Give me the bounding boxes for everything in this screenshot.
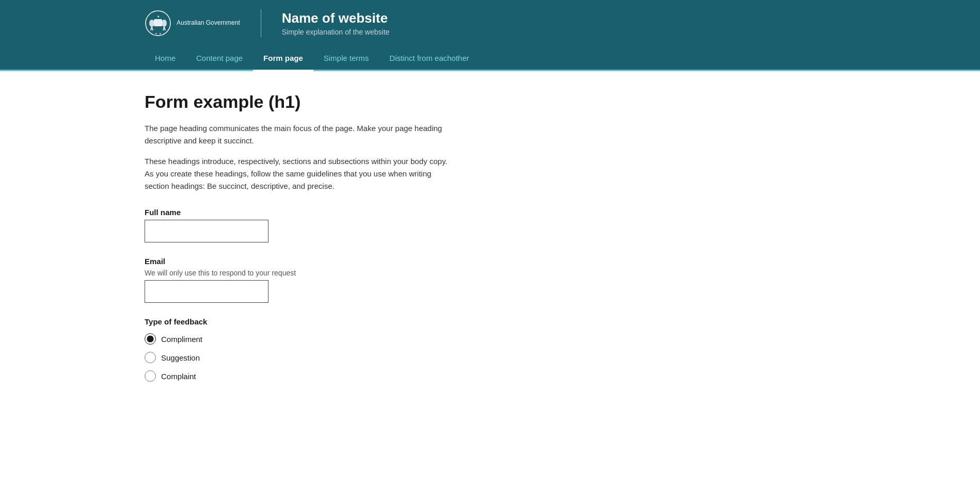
radio-group: Compliment Suggestion Complaint (145, 333, 835, 382)
site-title-area: Name of website Simple explanation of th… (282, 10, 390, 36)
logo-area: ★ ★ ★ Australian Government (145, 10, 240, 37)
radio-compliment[interactable] (145, 333, 156, 345)
svg-text:★: ★ (155, 32, 157, 35)
nav-item-content-page[interactable]: Content page (186, 46, 253, 71)
radio-compliment-label[interactable]: Compliment (145, 333, 835, 345)
svg-point-2 (149, 20, 154, 27)
svg-line-4 (152, 27, 153, 30)
radio-compliment-text: Compliment (161, 335, 202, 344)
feedback-fieldset: Type of feedback Compliment Suggestion (145, 317, 835, 382)
radio-suggestion[interactable] (145, 352, 156, 363)
email-group: Email We will only use this to respond t… (145, 257, 835, 303)
radio-complaint-label[interactable]: Complaint (145, 370, 835, 382)
full-name-input[interactable] (145, 220, 268, 242)
feedback-type-group: Type of feedback Compliment Suggestion (145, 317, 835, 382)
full-name-label: Full name (145, 208, 835, 217)
svg-line-7 (164, 27, 165, 30)
email-label: Email (145, 257, 835, 266)
nav-item-home[interactable]: Home (145, 46, 186, 71)
email-hint: We will only use this to respond to your… (145, 269, 835, 277)
intro-paragraph-1: The page heading communicates the main f… (145, 122, 454, 147)
nav-item-distinct[interactable]: Distinct from eachother (379, 46, 479, 71)
form-section: Full name Email We will only use this to… (145, 208, 835, 382)
radio-complaint-text: Complaint (161, 372, 196, 381)
radio-suggestion-text: Suggestion (161, 353, 200, 362)
header-divider (261, 9, 261, 37)
crest-icon: ★ ★ ★ (145, 10, 171, 37)
radio-suggestion-label[interactable]: Suggestion (145, 352, 835, 363)
feedback-legend: Type of feedback (145, 317, 207, 326)
main-nav: Home Content page Form page Simple terms… (0, 46, 980, 71)
site-title: Name of website (282, 10, 390, 26)
radio-complaint[interactable] (145, 370, 156, 382)
intro-paragraph-2: These headings introduce, respectively, … (145, 155, 454, 192)
site-subtitle: Simple explanation of the website (282, 28, 390, 36)
svg-point-5 (162, 20, 167, 27)
site-header: ★ ★ ★ Australian Government Name of webs… (0, 0, 980, 46)
svg-rect-1 (154, 19, 162, 26)
gov-label: Australian Government (177, 19, 240, 27)
svg-text:★: ★ (157, 15, 160, 18)
email-input[interactable] (145, 280, 268, 303)
svg-text:★: ★ (159, 32, 162, 35)
page-title: Form example (h1) (145, 92, 835, 112)
nav-item-form-page[interactable]: Form page (253, 46, 313, 71)
nav-item-simple-terms[interactable]: Simple terms (313, 46, 380, 71)
main-content: Form example (h1) The page heading commu… (0, 71, 980, 427)
full-name-group: Full name (145, 208, 835, 242)
feedback-form: Full name Email We will only use this to… (145, 208, 835, 382)
